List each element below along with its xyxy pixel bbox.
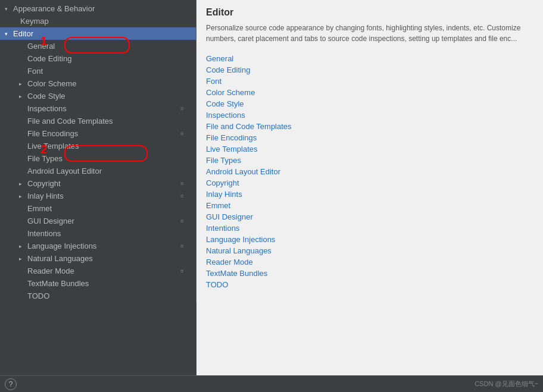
content-link-live-templates[interactable]: Live Templates xyxy=(206,144,533,154)
content-description: Personalize source code appearance by ch… xyxy=(206,23,533,44)
content-link-android-layout-editor[interactable]: Android Layout Editor xyxy=(206,167,533,177)
content-link-code-editing[interactable]: Code Editing xyxy=(206,65,533,75)
content-link-inspections[interactable]: Inspections xyxy=(206,110,533,120)
content-link-file-encodings[interactable]: File Encodings xyxy=(206,133,533,143)
sidebar-item-inspections[interactable]: Inspections≡ xyxy=(0,102,196,115)
sidebar-label-natural-languages: Natural Languages xyxy=(27,254,191,263)
content-link-intentions[interactable]: Intentions xyxy=(206,223,533,233)
arrow-icon-inlay-hints: ▸ xyxy=(19,193,27,199)
sidebar-label-live-templates: Live Templates xyxy=(27,142,191,150)
sidebar-item-general[interactable]: General xyxy=(0,40,196,52)
sidebar-item-emmet[interactable]: Emmet xyxy=(0,202,196,215)
sidebar-item-keymap[interactable]: Keymap xyxy=(0,15,196,27)
sidebar-item-file-types[interactable]: File Types xyxy=(0,152,196,165)
sidebar-item-reader-mode[interactable]: Reader Mode≡ xyxy=(0,265,196,277)
content-link-copyright[interactable]: Copyright xyxy=(206,178,533,188)
bottom-bar: ? CSDN @见面色细气~ xyxy=(0,375,543,392)
settings-icon-copyright: ≡ xyxy=(180,180,189,187)
sidebar-item-natural-languages[interactable]: ▸Natural Languages xyxy=(0,252,196,265)
sidebar-item-color-scheme[interactable]: ▸Color Scheme xyxy=(0,77,196,90)
sidebar-item-inlay-hints[interactable]: ▸Inlay Hints≡ xyxy=(0,190,196,202)
sidebar-label-code-editing: Code Editing xyxy=(27,54,191,63)
sidebar-label-inspections: Inspections xyxy=(27,104,180,113)
help-button[interactable]: ? xyxy=(5,378,17,390)
sidebar-label-editor: Editor xyxy=(13,29,191,38)
sidebar-label-code-style: Code Style xyxy=(27,92,191,101)
sidebar-label-general: General xyxy=(27,42,191,51)
content-title: Editor xyxy=(206,7,533,18)
sidebar-label-file-types: File Types xyxy=(27,154,191,163)
watermark: CSDN @见面色细气~ xyxy=(475,380,538,388)
settings-sidebar: ▾Appearance & BehaviorKeymap▾EditorGener… xyxy=(0,0,196,302)
sidebar-item-editor[interactable]: ▾Editor xyxy=(0,27,196,40)
sidebar-item-code-editing[interactable]: Code Editing xyxy=(0,52,196,65)
sidebar-item-font[interactable]: Font xyxy=(0,65,196,77)
settings-icon-file-encodings: ≡ xyxy=(180,130,189,137)
sidebar-item-language-injections[interactable]: ▸Language Injections≡ xyxy=(0,240,196,252)
sidebar-label-intentions: Intentions xyxy=(27,229,191,238)
content-link-color-scheme[interactable]: Color Scheme xyxy=(206,87,533,98)
content-link-natural-languages[interactable]: Natural Languages xyxy=(206,246,533,256)
sidebar-item-code-style[interactable]: ▸Code Style xyxy=(0,90,196,102)
content-link-gui-designer[interactable]: GUI Designer xyxy=(206,212,533,222)
sidebar-item-intentions[interactable]: Intentions xyxy=(0,227,196,240)
sidebar-item-file-code-templates[interactable]: File and Code Templates xyxy=(0,115,196,127)
sidebar-label-inlay-hints: Inlay Hints xyxy=(27,192,180,200)
sidebar-item-appearance-behavior[interactable]: ▾Appearance & Behavior xyxy=(0,2,196,15)
content-link-textmate-bundles[interactable]: TextMate Bundles xyxy=(206,268,533,278)
settings-icon-reader-mode: ≡ xyxy=(180,268,189,274)
arrow-icon-editor: ▾ xyxy=(5,31,13,37)
sidebar-label-android-layout-editor: Android Layout Editor xyxy=(27,167,191,175)
content-link-reader-mode[interactable]: Reader Mode xyxy=(206,257,533,267)
sidebar-item-gui-designer[interactable]: GUI Designer≡ xyxy=(0,215,196,227)
sidebar-label-todo: TODO xyxy=(27,291,191,300)
sidebar-label-color-scheme: Color Scheme xyxy=(27,79,191,88)
sidebar-label-font: Font xyxy=(27,67,191,76)
settings-icon-inspections: ≡ xyxy=(180,105,189,112)
arrow-icon-code-style: ▸ xyxy=(19,93,27,99)
arrow-icon-copyright: ▸ xyxy=(19,181,27,187)
sidebar-item-live-templates[interactable]: Live Templates xyxy=(0,140,196,152)
sidebar-label-appearance-behavior: Appearance & Behavior xyxy=(13,4,191,13)
sidebar-label-file-code-templates: File and Code Templates xyxy=(27,117,191,126)
sidebar-label-keymap: Keymap xyxy=(20,17,191,26)
content-link-file-and-code-templates[interactable]: File and Code Templates xyxy=(206,121,533,131)
sidebar-label-file-encodings: File Encodings xyxy=(27,129,180,138)
settings-icon-language-injections: ≡ xyxy=(180,243,189,249)
arrow-icon-color-scheme: ▸ xyxy=(19,81,27,87)
settings-icon-gui-designer: ≡ xyxy=(180,218,189,224)
bottom-bar-left: ? xyxy=(5,378,17,390)
sidebar-item-file-encodings[interactable]: File Encodings≡ xyxy=(0,127,196,140)
arrow-icon-natural-languages: ▸ xyxy=(19,256,27,262)
sidebar-item-android-layout-editor[interactable]: Android Layout Editor xyxy=(0,165,196,177)
content-link-inlay-hints[interactable]: Inlay Hints xyxy=(206,189,533,199)
sidebar-item-todo[interactable]: TODO xyxy=(0,290,196,302)
sidebar-label-copyright: Copyright xyxy=(27,179,180,188)
content-link-file-types[interactable]: File Types xyxy=(206,155,533,165)
content-link-font[interactable]: Font xyxy=(206,76,533,86)
arrow-icon-language-injections: ▸ xyxy=(19,243,27,249)
content-link-general[interactable]: General xyxy=(206,54,533,64)
settings-icon-inlay-hints: ≡ xyxy=(180,193,189,199)
content-link-language-injections[interactable]: Language Injections xyxy=(206,234,533,244)
arrow-icon-appearance-behavior: ▾ xyxy=(5,6,13,12)
sidebar-label-gui-designer: GUI Designer xyxy=(27,217,180,225)
sidebar-item-textmate-bundles[interactable]: TextMate Bundles xyxy=(0,277,196,290)
sidebar-item-copyright[interactable]: ▸Copyright≡ xyxy=(0,177,196,190)
sidebar-label-reader-mode: Reader Mode xyxy=(27,266,180,275)
content-link-code-style[interactable]: Code Style xyxy=(206,99,533,109)
sidebar-label-emmet: Emmet xyxy=(27,204,191,213)
content-link-emmet[interactable]: Emmet xyxy=(206,200,533,211)
settings-content: Editor Personalize source code appearanc… xyxy=(196,0,543,375)
content-links-container: GeneralCode EditingFontColor SchemeCode … xyxy=(206,54,533,290)
sidebar-label-language-injections: Language Injections xyxy=(27,242,180,250)
sidebar-label-textmate-bundles: TextMate Bundles xyxy=(27,279,191,288)
content-link-todo[interactable]: TODO xyxy=(206,280,533,290)
